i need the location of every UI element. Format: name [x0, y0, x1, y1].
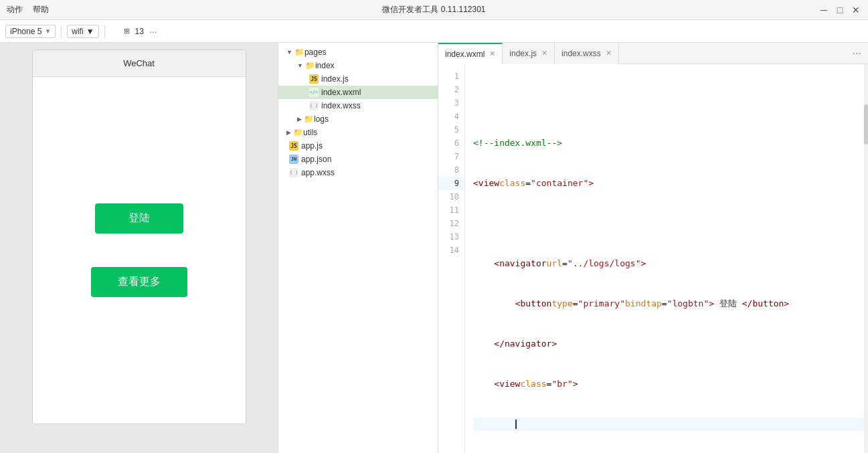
tree-item-app-json[interactable]: JN app.json — [278, 153, 438, 166]
device-selector[interactable]: iPhone 5 ▼ — [5, 25, 56, 38]
ln-2: 2 — [438, 83, 464, 96]
ln-12: 12 — [438, 217, 464, 230]
folder-icon-logs: 📁 — [304, 114, 314, 124]
tree-label-index: index — [315, 61, 335, 70]
chevron-logs: ▶ — [297, 116, 302, 122]
login-button[interactable]: 登陆 — [95, 203, 183, 234]
js-file-icon: JS — [309, 74, 319, 84]
toolbar-more-button[interactable]: ··· — [149, 26, 157, 37]
wxss-file-icon-app: { } — [289, 168, 298, 177]
chevron-pages: ▼ — [286, 49, 292, 56]
network-arrow: ▼ — [86, 27, 94, 36]
tab-label-index-wxss: index.wxss — [561, 49, 601, 58]
network-label: wifi — [72, 27, 83, 36]
device-arrow: ▼ — [44, 27, 51, 35]
tab-index-js[interactable]: index.js ✕ — [503, 43, 555, 64]
tree-item-index[interactable]: ▼ 📁 index — [278, 59, 438, 72]
ln-11: 11 — [438, 203, 464, 217]
tree-label-app-json: app.json — [301, 155, 331, 164]
editor-tabs: index.wxml ✕ index.js ✕ index.wxss ✕ ··· — [438, 43, 868, 64]
tab-close-index-js[interactable]: ✕ — [541, 49, 547, 58]
minimize-button[interactable]: ─ — [818, 5, 829, 15]
tab-label-index-wxml: index.wxml — [445, 50, 485, 59]
tree-label-app-js: app.js — [301, 141, 323, 151]
tree-item-index-wxss[interactable]: { } index.wxss — [278, 99, 438, 112]
tree-label-index-js: index.js — [321, 74, 349, 84]
titlebar-title: 微信开发者工具 0.11.112301 — [382, 4, 485, 15]
code-content[interactable]: <!--index.wxml--> <view class="container… — [465, 64, 864, 453]
ln-3: 3 — [438, 96, 464, 110]
toolbar-right: ⊞ 13 ··· — [124, 26, 157, 37]
code-editor[interactable]: 1 2 3 4 5 6 7 8 9 10 11 12 13 14 <!--ind… — [438, 64, 868, 453]
wxss-file-icon: { } — [309, 101, 319, 110]
editor-tabs-more[interactable]: ··· — [846, 48, 868, 60]
code-line-1 — [473, 96, 864, 110]
tree-label-logs: logs — [314, 114, 329, 124]
code-line-7: ____</navigator> — [473, 337, 864, 351]
code-line-9: ________ — [473, 418, 864, 431]
main-area: WeChat 登陆 查看更多 ▼ 📁 pages ▼ 📁 index JS — [0, 43, 868, 453]
tree-item-utils[interactable]: ▶ 📁 utils — [278, 126, 438, 139]
scrollbar-thumb[interactable] — [864, 104, 868, 145]
maximize-button[interactable]: □ — [835, 5, 845, 15]
ln-14: 14 — [438, 244, 464, 257]
line-number-indicator: 13 — [135, 27, 144, 36]
tree-label-app-wxss: app.wxss — [301, 168, 335, 177]
tree-label-index-wxss: index.wxss — [321, 101, 361, 110]
code-line-5: ____<navigator url="../logs/logs"> — [473, 257, 864, 270]
json-file-icon-app: JN — [289, 155, 298, 164]
tab-close-index-wxml[interactable]: ✕ — [489, 50, 495, 58]
device-label: iPhone 5 — [10, 27, 41, 36]
file-tree-panel: ▼ 📁 pages ▼ 📁 index JS index.js </> inde… — [278, 43, 438, 453]
phone-body: 登陆 查看更多 — [33, 77, 246, 424]
chevron-index: ▼ — [297, 62, 303, 69]
ln-9: 9 — [438, 177, 464, 190]
folder-icon-utils: 📁 — [293, 128, 303, 137]
code-line-3: <view class="container"> — [473, 177, 864, 190]
tree-item-pages[interactable]: ▼ 📁 pages — [278, 46, 438, 59]
scrollbar-track[interactable] — [864, 64, 868, 453]
titlebar: 动作 帮助 微信开发者工具 0.11.112301 ─ □ ✕ — [0, 0, 868, 20]
code-line-4 — [473, 217, 864, 230]
menu-help[interactable]: 帮助 — [33, 4, 49, 15]
code-line-2: <!--index.wxml--> — [473, 137, 864, 150]
code-line-8: ____<view class="br"> — [473, 377, 864, 391]
titlebar-menu: 动作 帮助 — [7, 4, 49, 15]
toolbar-sep-1 — [61, 25, 62, 38]
tab-index-wxml[interactable]: index.wxml ✕ — [438, 43, 503, 64]
menu-action[interactable]: 动作 — [7, 4, 23, 15]
ln-6: 6 — [438, 137, 464, 150]
ln-5: 5 — [438, 123, 464, 137]
tree-item-index-js[interactable]: JS index.js — [278, 72, 438, 86]
phone-frame: WeChat 登陆 查看更多 — [32, 50, 246, 424]
tree-item-index-wxml[interactable]: </> index.wxml — [278, 86, 438, 99]
folder-icon-index: 📁 — [305, 61, 315, 70]
close-button[interactable]: ✕ — [851, 5, 861, 15]
tab-index-wxss[interactable]: index.wxss ✕ — [555, 43, 619, 64]
more-button[interactable]: 查看更多 — [91, 267, 187, 297]
wxml-file-icon: </> — [309, 88, 319, 97]
preview-panel: WeChat 登陆 查看更多 — [0, 43, 278, 453]
tree-item-app-js[interactable]: JS app.js — [278, 139, 438, 153]
tree-label-index-wxml: index.wxml — [321, 88, 361, 97]
folder-icon-pages: 📁 — [294, 48, 305, 57]
ln-13: 13 — [438, 230, 464, 244]
network-selector[interactable]: wifi ▼ — [67, 25, 98, 38]
ln-8: 8 — [438, 163, 464, 177]
phone-app-name: WeChat — [33, 50, 246, 77]
tree-item-logs[interactable]: ▶ 📁 logs — [278, 112, 438, 126]
tree-label-utils: utils — [303, 128, 317, 137]
tree-item-app-wxss[interactable]: { } app.wxss — [278, 166, 438, 179]
line-numbers: 1 2 3 4 5 6 7 8 9 10 11 12 13 14 — [438, 64, 465, 453]
tree-label-pages: pages — [305, 48, 327, 57]
titlebar-controls: ─ □ ✕ — [818, 5, 861, 15]
chevron-utils: ▶ — [286, 129, 291, 136]
ln-10: 10 — [438, 190, 464, 203]
ln-7: 7 — [438, 150, 464, 163]
toolbar-sep-2 — [104, 25, 105, 38]
ln-1: 1 — [438, 70, 464, 83]
tab-label-index-js: index.js — [509, 49, 537, 58]
compile-icon: ⊞ — [124, 27, 130, 35]
ln-4: 4 — [438, 110, 464, 123]
tab-close-index-wxss[interactable]: ✕ — [606, 49, 612, 58]
